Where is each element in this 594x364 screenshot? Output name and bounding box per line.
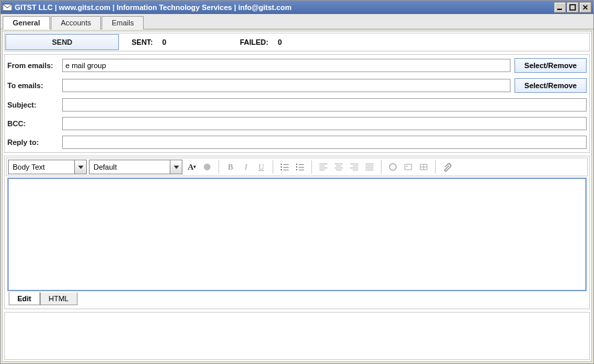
svg-point-6: [406, 166, 408, 167]
svg-rect-5: [405, 164, 412, 170]
editor-block: Body Text Default A▾ B I U: [4, 156, 590, 309]
align-center-button[interactable]: [331, 160, 346, 174]
editor-tab-html[interactable]: HTML: [40, 293, 78, 305]
tab-emails[interactable]: Emails: [102, 16, 144, 29]
svg-point-3: [204, 164, 210, 170]
editor-body[interactable]: [7, 178, 587, 291]
svg-point-4: [390, 164, 396, 170]
form-area: From emails: Select/Remove To emails: Se…: [4, 54, 590, 153]
separator: [218, 160, 219, 174]
italic-button[interactable]: I: [239, 160, 253, 174]
tab-accounts[interactable]: Accounts: [51, 16, 101, 29]
chevron-down-icon: [170, 160, 182, 174]
editor-tab-edit[interactable]: Edit: [9, 292, 40, 305]
paragraph-style-select[interactable]: Body Text: [8, 160, 87, 174]
titlebar: GITST LLC | www.gitst.com | Information …: [1, 1, 593, 14]
sent-label: SENT:: [132, 38, 153, 46]
align-right-button[interactable]: [347, 160, 361, 174]
subject-label: Subject:: [7, 101, 62, 109]
failed-status: FAILED: 0: [240, 38, 282, 46]
insert-image-button[interactable]: [401, 160, 416, 174]
content-panel: SEND SENT: 0 FAILED: 0 From emails: Sele…: [2, 31, 592, 362]
reply-input[interactable]: [62, 136, 587, 149]
to-label: To emails:: [7, 81, 62, 89]
paragraph-style-value: Body Text: [9, 163, 74, 171]
main-tabs: General Accounts Emails: [1, 14, 593, 29]
attachment-button[interactable]: [440, 160, 454, 174]
unordered-list-button[interactable]: [277, 160, 292, 174]
separator: [435, 160, 436, 174]
insert-link-button[interactable]: [386, 160, 400, 174]
from-label: From emails:: [7, 61, 62, 69]
font-select[interactable]: Default: [89, 160, 182, 174]
app-window: GITST LLC | www.gitst.com | Information …: [0, 0, 594, 364]
failed-value: 0: [278, 38, 282, 46]
app-icon: [3, 3, 12, 11]
minimize-button[interactable]: [554, 2, 566, 13]
to-select-remove-button[interactable]: Select/Remove: [514, 78, 587, 93]
send-button[interactable]: SEND: [5, 34, 119, 50]
send-bar: SEND SENT: 0 FAILED: 0: [4, 33, 590, 51]
ordered-list-button[interactable]: [293, 160, 307, 174]
insert-table-button[interactable]: [416, 160, 431, 174]
reply-label: Reply to:: [7, 138, 62, 146]
failed-label: FAILED:: [240, 38, 269, 46]
maximize-button[interactable]: [567, 2, 579, 13]
from-select-remove-button[interactable]: Select/Remove: [514, 58, 587, 73]
svg-rect-1: [557, 9, 562, 10]
bcc-label: BCC:: [7, 120, 62, 128]
underline-button[interactable]: U: [254, 160, 269, 174]
sent-status: SENT: 0: [132, 38, 166, 46]
separator: [273, 160, 273, 174]
align-justify-button[interactable]: [362, 160, 377, 174]
window-controls: [553, 2, 591, 13]
svg-rect-2: [570, 5, 575, 10]
editor-toolbar: Body Text Default A▾ B I U: [6, 158, 588, 176]
separator: [381, 160, 382, 174]
bcc-input[interactable]: [62, 117, 587, 130]
subject-input[interactable]: [62, 98, 587, 112]
from-input[interactable]: [62, 59, 510, 72]
close-button[interactable]: [579, 2, 591, 13]
tab-general[interactable]: General: [3, 16, 50, 29]
font-value: Default: [90, 163, 170, 171]
to-input[interactable]: [62, 79, 510, 92]
chevron-down-icon: [74, 160, 86, 174]
sent-value: 0: [162, 38, 166, 46]
log-area[interactable]: [4, 312, 590, 360]
window-title: GITST LLC | www.gitst.com | Information …: [15, 3, 551, 11]
editor-mode-tabs: Edit HTML: [6, 293, 588, 307]
separator: [311, 160, 312, 174]
font-color-button[interactable]: [200, 160, 214, 174]
font-size-button[interactable]: A▾: [184, 160, 199, 174]
bold-button[interactable]: B: [223, 160, 238, 174]
align-left-button[interactable]: [316, 160, 331, 174]
